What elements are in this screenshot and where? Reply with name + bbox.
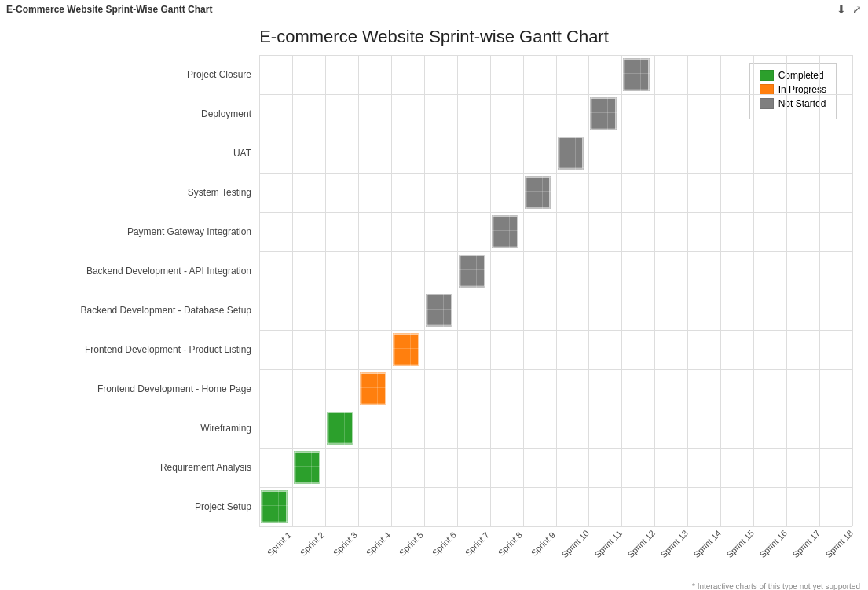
gantt-bar	[492, 215, 518, 248]
gantt-bar	[294, 451, 320, 484]
gantt-bar	[623, 58, 650, 91]
gantt-bar	[590, 97, 617, 130]
y-axis-label: Backend Development - Database Setup	[81, 305, 251, 316]
x-axis-label: Sprint 18	[823, 528, 855, 559]
y-axis-label: Wireframing	[200, 423, 251, 434]
chart-title: E-commerce Website Sprint-wise Gantt Cha…	[0, 27, 868, 47]
y-axis-label: Project Closure	[187, 69, 251, 80]
x-axis-label: Sprint 7	[463, 530, 490, 558]
x-axis-label: Sprint 12	[626, 528, 657, 559]
y-axis-label: System Testing	[188, 187, 251, 198]
gantt-bar	[393, 333, 419, 366]
y-axis-label: Requirement Analysis	[160, 462, 251, 473]
y-axis-label: Project Setup	[195, 501, 251, 512]
gantt-bar	[459, 255, 485, 288]
gantt-bar	[558, 137, 584, 170]
gantt-bar	[426, 294, 452, 327]
expand-icon[interactable]: ⤢	[852, 3, 862, 16]
x-axis-label: Sprint 3	[331, 530, 358, 558]
y-axis-label: Frontend Development - Home Page	[97, 383, 251, 394]
x-axis-label: Sprint 16	[758, 528, 789, 559]
y-axis-label: Payment Gateway Integration	[127, 226, 251, 237]
download-icon[interactable]: ⬇	[837, 3, 846, 16]
x-axis-label: Sprint 6	[430, 530, 457, 558]
x-axis-label: Sprint 2	[298, 530, 325, 558]
y-axis-label: Backend Development - API Integration	[86, 266, 251, 277]
chart-container: E-commerce Website Sprint-wise Gantt Cha…	[0, 19, 868, 590]
grid-vertical-line	[852, 55, 853, 526]
x-axis-label: Sprint 9	[529, 530, 556, 558]
gantt-bar	[327, 412, 353, 445]
x-axis-label: Sprint 13	[659, 528, 690, 559]
x-axis-labels: Sprint 1Sprint 2Sprint 3Sprint 4Sprint 5…	[259, 503, 852, 550]
x-axis-label: Sprint 17	[791, 528, 822, 559]
x-axis-label: Sprint 8	[496, 530, 523, 558]
gantt-bars	[259, 55, 852, 526]
x-axis-label: Sprint 5	[397, 530, 424, 558]
y-axis-label: Deployment	[201, 108, 251, 119]
x-axis-label: Sprint 14	[692, 528, 723, 559]
y-axis-label: Frontend Development - Product Listing	[85, 344, 251, 355]
gantt-bar	[360, 372, 386, 405]
x-axis-label: Sprint 4	[364, 530, 391, 558]
window-title: E-Commerce Website Sprint-Wise Gantt Cha…	[6, 4, 212, 15]
y-axis-labels: Project ClosureDeploymentUATSystem Testi…	[0, 55, 259, 526]
x-axis-label: Sprint 11	[593, 528, 624, 559]
footer-note: * Interactive charts of this type not ye…	[692, 582, 860, 590]
x-axis-label: Sprint 1	[266, 530, 293, 558]
x-axis-label: Sprint 10	[560, 528, 591, 559]
x-axis-label: Sprint 15	[725, 528, 756, 559]
y-axis-label: UAT	[233, 148, 251, 159]
chart-area: CompletedIn ProgressNot Started Project …	[0, 55, 868, 574]
gantt-bar	[525, 176, 551, 209]
